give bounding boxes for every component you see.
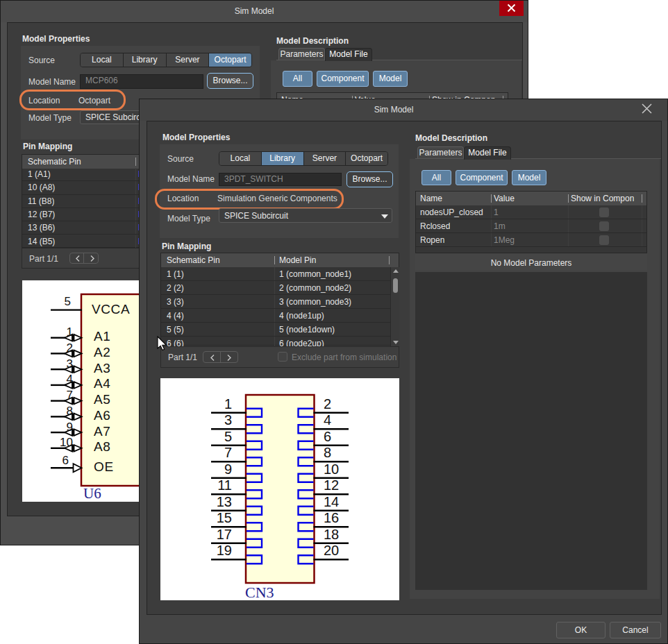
svg-text:A3: A3 bbox=[94, 361, 110, 375]
svg-text:15: 15 bbox=[217, 510, 232, 525]
svg-text:1: 1 bbox=[224, 396, 232, 412]
svg-text:19: 19 bbox=[217, 543, 232, 558]
svg-text:OE: OE bbox=[94, 459, 114, 474]
svg-text:4: 4 bbox=[324, 412, 331, 427]
svg-text:8: 8 bbox=[67, 405, 73, 418]
svg-text:A8: A8 bbox=[94, 439, 110, 454]
svg-text:7: 7 bbox=[67, 389, 73, 402]
svg-text:7: 7 bbox=[224, 445, 232, 460]
svg-text:12: 12 bbox=[324, 477, 339, 493]
svg-text:A6: A6 bbox=[94, 408, 110, 423]
svg-text:8: 8 bbox=[324, 445, 331, 460]
svg-text:13: 13 bbox=[217, 494, 232, 509]
svg-text:9: 9 bbox=[67, 421, 73, 434]
svg-text:10: 10 bbox=[60, 436, 73, 449]
svg-text:18: 18 bbox=[324, 527, 339, 542]
svg-text:6: 6 bbox=[324, 429, 331, 444]
svg-text:2: 2 bbox=[67, 341, 73, 355]
svg-text:3: 3 bbox=[224, 412, 232, 427]
svg-text:A7: A7 bbox=[94, 424, 110, 439]
svg-text:U6: U6 bbox=[83, 485, 101, 502]
svg-text:A2: A2 bbox=[94, 345, 110, 359]
svg-text:20: 20 bbox=[324, 543, 339, 558]
svg-text:A5: A5 bbox=[94, 392, 110, 407]
svg-text:11: 11 bbox=[217, 477, 232, 493]
svg-text:5: 5 bbox=[224, 429, 232, 444]
svg-text:16: 16 bbox=[324, 510, 339, 525]
svg-text:14: 14 bbox=[324, 494, 339, 509]
svg-text:CN3: CN3 bbox=[245, 584, 274, 600]
svg-text:1: 1 bbox=[67, 325, 73, 339]
svg-text:A1: A1 bbox=[94, 329, 110, 344]
svg-text:4: 4 bbox=[67, 373, 73, 386]
svg-text:3: 3 bbox=[67, 357, 73, 371]
svg-text:2: 2 bbox=[324, 396, 331, 412]
svg-text:9: 9 bbox=[224, 461, 232, 477]
svg-text:17: 17 bbox=[217, 527, 232, 542]
svg-text:5: 5 bbox=[65, 295, 71, 308]
svg-text:10: 10 bbox=[324, 461, 339, 477]
svg-text:VCCA: VCCA bbox=[92, 302, 130, 316]
svg-text:6: 6 bbox=[62, 454, 69, 467]
svg-text:A4: A4 bbox=[94, 376, 110, 391]
